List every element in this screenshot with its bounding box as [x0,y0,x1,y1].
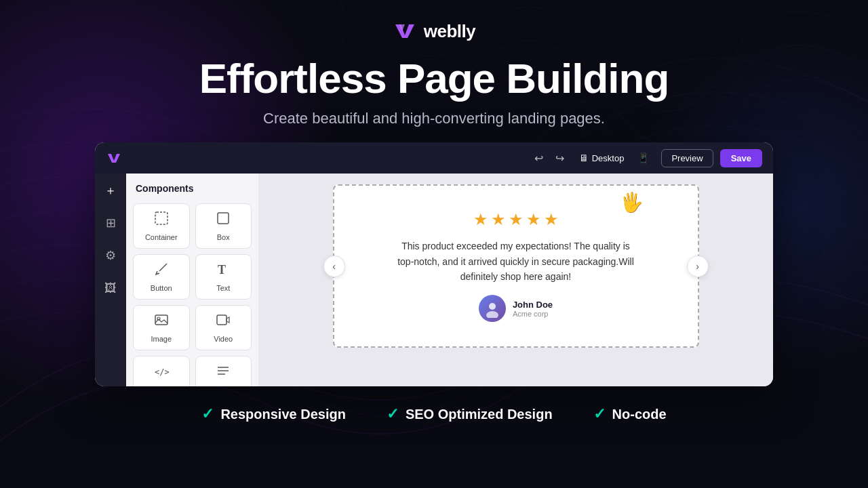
testimonial-author: John Doe Acme corp [359,295,673,322]
author-avatar [479,295,506,322]
container-label: Container [145,233,178,241]
star-4: ★ [526,210,541,229]
star-3: ★ [509,210,524,229]
canvas-selection: 🖐 ★ ★ ★ ★ ★ This p [333,184,699,348]
text-icon: T [216,262,231,280]
logo-icon [393,19,417,43]
button-component-label: Button [151,284,172,292]
star-2: ★ [491,210,506,229]
component-list[interactable]: List [195,356,252,386]
check-icon-2: ✓ [387,405,399,423]
device-group: 🖥 Desktop 📱 [574,150,655,166]
editor-canvas: 🖐 ★ ★ ★ ★ ★ This p [258,174,773,386]
cursor-hand: 🖐 [620,191,644,214]
toolbar-logo [106,150,122,166]
desktop-icon: 🖥 [579,152,589,163]
svg-line-2 [159,264,167,271]
author-info: John Doe Acme corp [513,300,553,318]
svg-rect-6 [217,315,226,325]
button-component-icon [154,262,169,280]
hero-subtitle: Create beautiful and high-converting lan… [263,110,605,127]
svg-text:T: T [218,263,226,277]
component-box[interactable]: Box [195,203,252,249]
add-icon[interactable]: ＋ [100,180,121,201]
html-label: HTML [151,386,172,386]
editor-mockup: ↩ ↪ 🖥 Desktop 📱 Preview Save ＋ [95,142,773,386]
author-company: Acme corp [513,310,553,318]
component-image[interactable]: Image [133,305,190,350]
component-video[interactable]: Video [195,305,252,350]
desktop-button[interactable]: 🖥 Desktop [574,150,630,166]
check-icon-1: ✓ [201,405,214,423]
left-icon-bar: ＋ ⊞ ⚙ 🖼 [95,174,126,386]
svg-rect-1 [218,213,229,224]
html-icon: </> [154,363,169,382]
feature-label-2: SEO Optimized Design [406,407,553,422]
video-label: Video [214,335,233,343]
image-icon [154,312,169,331]
undo-button[interactable]: ↩ [532,149,546,167]
star-5: ★ [544,210,559,229]
testimonial-card: ★ ★ ★ ★ ★ This product exceeded my expec… [345,197,687,336]
slider-next-button[interactable]: › [687,256,709,277]
preview-button[interactable]: Preview [661,149,713,167]
toolbar-logo-icon [106,150,122,166]
feature-seo: ✓ SEO Optimized Design [387,405,553,423]
svg-point-12 [486,311,498,318]
components-title: Components [133,183,252,194]
component-html[interactable]: </> HTML [133,356,190,386]
components-grid: Container Box [133,203,252,386]
settings-icon[interactable]: ⚙ [100,245,121,266]
component-text[interactable]: T Text [195,254,252,300]
list-label: List [218,386,229,386]
save-button[interactable]: Save [720,149,762,167]
text-label: Text [216,284,230,292]
testimonial-text: This product exceeded my expectations! T… [394,239,638,284]
check-icon-3: ✓ [593,405,606,423]
list-icon [216,363,231,382]
container-icon [154,211,169,229]
logo-area: weblly [393,19,475,43]
svg-point-11 [489,303,496,310]
video-icon [216,312,231,331]
feature-nocode: ✓ No-code [593,405,667,423]
mobile-button[interactable]: 📱 [632,150,654,166]
feature-responsive: ✓ Responsive Design [201,405,346,423]
component-container[interactable]: Container [133,203,190,249]
editor-toolbar: ↩ ↪ 🖥 Desktop 📱 Preview Save [95,142,773,174]
components-panel: Components Container [126,174,258,386]
svg-text:</>: </> [155,367,169,377]
image-label: Image [151,335,172,343]
media-icon[interactable]: 🖼 [100,278,121,298]
svg-rect-0 [155,212,167,224]
toolbar-controls: ↩ ↪ 🖥 Desktop 📱 Preview Save [532,149,762,167]
hero-title: Effortless Page Building [199,56,669,102]
component-button[interactable]: Button [133,254,190,300]
box-icon [216,211,231,229]
features-bar: ✓ Responsive Design ✓ SEO Optimized Desi… [0,405,868,423]
editor-body: ＋ ⊞ ⚙ 🖼 Components Container [95,174,773,386]
feature-label-3: No-code [612,407,667,422]
brand-name: weblly [424,21,475,42]
star-1: ★ [473,210,488,229]
canvas-wrapper: 🖐 ★ ★ ★ ★ ★ This p [333,184,699,348]
slider-prev-button[interactable]: ‹ [323,256,345,277]
author-name: John Doe [513,300,553,310]
feature-label-1: Responsive Design [220,407,346,422]
redo-button[interactable]: ↪ [553,149,567,167]
svg-rect-4 [155,315,167,325]
box-label: Box [217,233,230,241]
layers-icon[interactable]: ⊞ [100,213,121,233]
mobile-icon: 📱 [637,152,649,163]
desktop-label: Desktop [592,153,625,163]
